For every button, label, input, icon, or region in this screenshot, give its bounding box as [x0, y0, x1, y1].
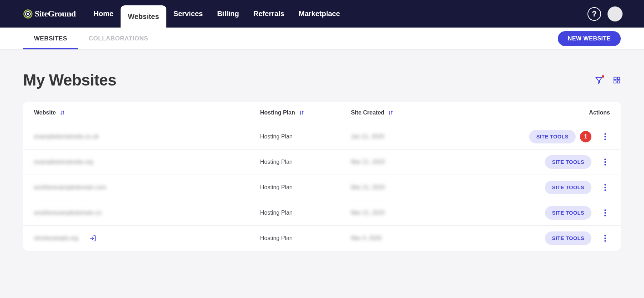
quick-login-button[interactable]	[89, 235, 96, 242]
nav-billing[interactable]: Billing	[210, 0, 246, 28]
row-menu-button[interactable]	[600, 158, 610, 166]
new-website-button[interactable]: NEW WEBSITE	[558, 31, 621, 46]
website-domain[interactable]: anotherexampledomain.co	[34, 210, 102, 216]
website-domain[interactable]: shortexample.org	[34, 235, 78, 241]
grid-view-button[interactable]	[613, 76, 621, 84]
svg-point-10	[604, 138, 606, 140]
svg-rect-7	[618, 81, 620, 83]
svg-point-2	[27, 13, 29, 15]
svg-point-22	[604, 238, 606, 239]
header-actions	[595, 76, 621, 84]
nav-websites[interactable]: Websites	[121, 5, 166, 28]
table-row: anotherexampledomain.co Hosting Plan Mar…	[23, 200, 621, 226]
filter-active-dot	[602, 75, 604, 78]
svg-point-16	[604, 189, 606, 191]
svg-point-11	[604, 158, 606, 160]
grid-icon	[613, 76, 621, 84]
top-nav: SiteGround Home Websites Services Billin…	[0, 0, 644, 28]
svg-point-14	[604, 184, 606, 186]
svg-point-18	[604, 212, 606, 214]
table-row: exampledomainsite.co.uk Hosting Plan Jan…	[23, 124, 621, 150]
sub-nav: WEBSITES COLLABORATIONS NEW WEBSITE	[0, 28, 644, 50]
svg-rect-5	[618, 77, 620, 79]
site-created: Mar 21, 2020	[351, 210, 385, 216]
help-icon[interactable]: ?	[587, 7, 601, 21]
svg-point-21	[604, 235, 606, 236]
brand-name: SiteGround	[35, 9, 76, 19]
svg-point-23	[604, 240, 606, 242]
login-icon	[89, 235, 96, 242]
kebab-icon	[604, 133, 606, 140]
header-website-label: Website	[34, 109, 56, 116]
table-row: anotherexampledomain.com Hosting Plan Ma…	[23, 175, 621, 200]
site-tools-button[interactable]: SITE TOOLS	[545, 155, 591, 169]
table-row: exampledomainsite.org Hosting Plan Mar 2…	[23, 150, 621, 175]
page-title: My Websites	[23, 71, 116, 89]
site-created: Mar 21, 2020	[351, 159, 385, 165]
websites-table: Website Hosting Plan Site Created Action…	[23, 102, 621, 251]
brand-logo[interactable]: SiteGround	[23, 9, 76, 19]
site-tools-button[interactable]: SITE TOOLS	[529, 130, 576, 143]
page-header: My Websites	[23, 71, 621, 89]
filter-icon	[595, 76, 603, 84]
svg-rect-6	[614, 81, 616, 83]
sort-icon[interactable]	[388, 110, 394, 116]
header-plan-label: Hosting Plan	[260, 109, 295, 116]
website-domain[interactable]: exampledomainsite.co.uk	[34, 133, 99, 140]
row-menu-button[interactable]	[600, 184, 610, 191]
hosting-plan: Hosting Plan	[260, 159, 293, 165]
header-website[interactable]: Website	[34, 109, 260, 116]
header-created[interactable]: Site Created	[351, 109, 448, 116]
nav-referrals[interactable]: Referrals	[246, 0, 292, 28]
siteground-logo-icon	[23, 9, 33, 19]
site-created: Jan 21, 2020	[351, 133, 384, 140]
sort-icon[interactable]	[59, 110, 65, 116]
kebab-icon	[604, 235, 606, 242]
notification-badge[interactable]: 1	[580, 131, 591, 142]
nav-services[interactable]: Services	[166, 0, 210, 28]
row-menu-button[interactable]	[600, 235, 610, 242]
kebab-icon	[604, 184, 606, 191]
page-content: My Websites Website H	[0, 50, 644, 251]
svg-point-19	[604, 215, 606, 216]
svg-point-13	[604, 164, 606, 166]
svg-point-8	[604, 133, 606, 135]
website-domain[interactable]: exampledomainsite.org	[34, 159, 93, 165]
svg-point-15	[604, 187, 606, 189]
row-menu-button[interactable]	[600, 209, 610, 216]
tab-collaborations[interactable]: COLLABORATIONS	[78, 28, 159, 49]
site-tools-button[interactable]: SITE TOOLS	[545, 181, 591, 194]
header-actions: Actions	[448, 109, 610, 116]
header-plan[interactable]: Hosting Plan	[260, 109, 351, 116]
hosting-plan: Hosting Plan	[260, 184, 293, 191]
kebab-icon	[604, 158, 606, 166]
hosting-plan: Hosting Plan	[260, 235, 293, 241]
nav-home[interactable]: Home	[87, 0, 121, 28]
tab-websites[interactable]: WEBSITES	[23, 28, 78, 49]
site-created: Mar 21, 2020	[351, 184, 385, 191]
website-domain[interactable]: anotherexampledomain.com	[34, 184, 106, 191]
nav-marketplace[interactable]: Marketplace	[292, 0, 347, 28]
hosting-plan: Hosting Plan	[260, 210, 293, 216]
svg-rect-4	[614, 77, 616, 79]
hosting-plan: Hosting Plan	[260, 133, 293, 140]
filter-button[interactable]	[595, 76, 603, 84]
kebab-icon	[604, 209, 606, 216]
svg-point-9	[604, 136, 606, 138]
svg-marker-3	[596, 78, 602, 84]
main-nav: Home Websites Services Billing Referrals…	[87, 0, 347, 28]
svg-point-17	[604, 209, 606, 211]
table-row: shortexample.org Hosting Plan Mar 4, 202…	[23, 226, 621, 251]
site-tools-button[interactable]: SITE TOOLS	[545, 231, 591, 245]
table-header-row: Website Hosting Plan Site Created Action…	[23, 102, 621, 124]
site-created: Mar 4, 2020	[351, 235, 381, 241]
row-menu-button[interactable]	[600, 133, 610, 140]
svg-point-12	[604, 161, 606, 163]
user-avatar[interactable]	[608, 6, 623, 21]
site-tools-button[interactable]: SITE TOOLS	[545, 206, 591, 220]
sort-icon[interactable]	[299, 110, 304, 116]
topnav-right: ?	[587, 6, 623, 21]
header-created-label: Site Created	[351, 109, 384, 116]
